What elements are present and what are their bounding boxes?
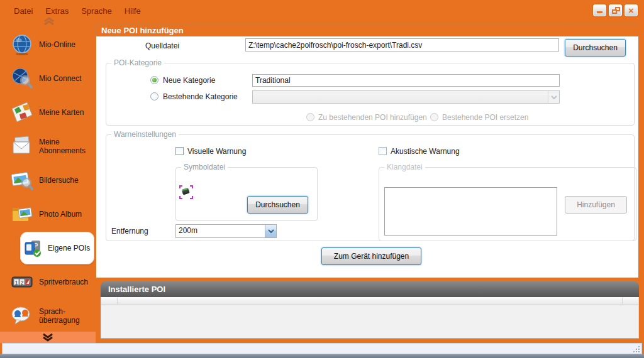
photo-album-icon [10,202,34,226]
globe-icon [10,33,34,57]
sound-file-group: Klangdatei Hinzufügen [379,167,636,241]
chevron-up-icon [42,17,57,26]
sidebar-item-meine-abonnements[interactable]: Meine Abonnements [0,129,96,163]
sidebar-item-mio-connect[interactable]: Mio Connect [0,62,96,95]
existing-category-radio[interactable] [150,92,158,100]
source-browse-button[interactable]: Durchsuchen [565,39,626,57]
poi-file-icon: P [24,239,43,258]
replace-existing-label: Bestehende POI ersetzen [442,113,528,122]
resize-grip[interactable] [632,345,640,352]
sidebar-scroll-up-button[interactable] [42,17,57,26]
symbol-browse-button[interactable]: Durchsuchen [247,196,308,214]
close-icon: × [625,5,637,16]
installed-poi-table-header[interactable] [101,297,639,305]
add-to-existing-label: Zu bestehenden POI hinzufügen [318,113,427,122]
new-poi-panel: Neue POI hinzufügen Quelldatei Durchsuch… [96,24,639,278]
sidebar-item-label: Photo Album [39,210,92,219]
window-controls: × [593,4,638,16]
speech-bubbles-icon [10,304,34,328]
new-category-radio[interactable] [150,76,158,84]
table-column-divider [117,298,118,304]
panel-title: Neue POI hinzufügen [96,24,638,36]
warning-settings-group: Warneinstellungen Visuelle Warnung Symbo… [106,134,635,241]
svg-text:2: 2 [20,279,23,286]
existing-category-combo[interactable] [252,90,560,104]
sidebar-item-label: Eigene POIs [48,244,96,252]
miomore-window: Datei Extras Sprache Hilfe × [0,0,644,358]
symbol-file-group: Symboldatei Durchsuchen [175,167,318,221]
poi-category-group: POI-Kategorie Neue Kategorie Bestehende … [106,63,635,126]
status-bar [2,343,642,354]
poi-category-group-label: POI-Kategorie [111,58,164,67]
sidebar-item-label: Sprach-übertragung [39,307,92,325]
image-search-icon [10,168,34,192]
sidebar: Mio-Online Mio Connect [0,0,96,343]
replace-existing-radio[interactable] [430,113,438,121]
new-category-label: Neue Kategorie [163,76,215,85]
svg-text:1: 1 [14,279,18,286]
table-column-divider [622,298,623,304]
map-icon [10,100,34,124]
acoustic-warning-checkbox[interactable] [379,147,387,155]
sidebar-item-eigene-pois[interactable]: P Eigene POIs [0,231,96,265]
sidebar-item-photo-album[interactable]: Photo Album [0,197,96,231]
sidebar-item-meine-karten[interactable]: Meine Karten [0,95,96,129]
subscriptions-envelope-icon [10,134,34,158]
sidebar-item-mio-online[interactable]: Mio-Online [0,28,96,62]
distance-value: 200m [179,226,197,235]
existing-category-label: Bestehende Kategorie [163,92,238,101]
visual-warning-checkbox[interactable] [175,147,184,155]
minimize-icon [597,11,602,13]
distance-label: Entfernung [111,227,148,236]
poi-symbol-preview-icon [180,186,192,198]
minimize-button[interactable] [593,4,606,16]
source-file-input[interactable] [245,38,559,52]
globe-search-icon [10,67,34,90]
distance-combo[interactable]: 200m [175,224,277,238]
installed-poi-table-body[interactable] [101,305,639,339]
sidebar-item-label: Meine Karten [39,108,92,117]
add-to-device-button[interactable]: Zum Gerät hinzufügen [321,247,421,265]
sidebar-items: Mio-Online Mio Connect [0,28,96,333]
menu-hilfe[interactable]: Hilfe [123,6,142,16]
sidebar-scroll-down-button[interactable] [0,332,96,343]
sound-add-button[interactable]: Hinzufügen [565,196,627,214]
close-button[interactable]: × [625,4,638,16]
new-category-input[interactable] [252,74,560,87]
sidebar-item-label: Spritverbrauch [39,278,92,286]
sound-file-group-label: Klangdatei [384,163,425,171]
add-to-existing-radio[interactable] [306,113,314,121]
restore-button[interactable] [609,4,622,16]
acoustic-warning-label: Akustische Warnung [391,147,460,156]
sidebar-item-spritverbrauch[interactable]: 1 2 Spritverbrauch [0,265,96,299]
warning-settings-group-label: Warneinstellungen [111,130,179,139]
window-bottom-frame [0,354,644,358]
symbol-file-group-label: Symboldatei [181,163,228,171]
sidebar-item-label: Meine Abonnements [39,138,92,155]
source-file-label: Quelldatei [145,41,179,50]
sidebar-item-sprachuebertragung[interactable]: Sprach-übertragung [0,299,96,333]
odometer-icon: 1 2 [10,270,34,294]
sidebar-item-bildersuche[interactable]: Bildersuche [0,163,96,197]
installed-poi-title: Installierte POI [101,281,639,297]
sound-file-listbox[interactable] [384,187,557,236]
chevron-down-icon [40,333,55,342]
combo-arrow-icon [548,91,559,103]
sidebar-item-label: Bildersuche [39,176,92,185]
installed-poi-section: Installierte POI [101,281,639,339]
sidebar-item-label: Mio-Online [39,40,92,49]
combo-arrow-icon [265,225,276,237]
sidebar-item-label: Mio Connect [39,74,92,83]
visual-warning-label: Visuelle Warnung [187,147,246,156]
